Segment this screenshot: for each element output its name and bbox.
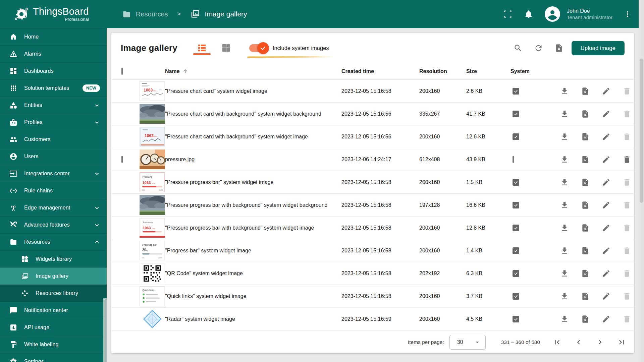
edit-icon[interactable] [602, 155, 610, 164]
thumbnail-image[interactable]: 1063hPa+1.2 [140, 81, 165, 101]
export-file-icon[interactable] [581, 87, 590, 96]
column-header-system[interactable]: System [511, 68, 557, 74]
next-page-icon[interactable] [596, 338, 604, 347]
download-icon[interactable] [560, 269, 569, 278]
edit-icon[interactable] [602, 292, 610, 301]
thumbnail-image[interactable] [140, 104, 165, 124]
row-checkbox[interactable] [121, 156, 123, 163]
thumbnail-image[interactable]: Pressure1063hPa9301065 [140, 172, 165, 192]
download-icon[interactable] [560, 224, 569, 232]
sidebar-item-resources-library[interactable]: Resources library [0, 285, 107, 302]
export-file-icon[interactable] [581, 292, 590, 301]
export-file-icon[interactable] [581, 155, 590, 164]
delete-icon[interactable] [623, 224, 631, 232]
sidebar-item-alarms[interactable]: Alarms [0, 45, 107, 62]
delete-icon[interactable] [623, 178, 631, 187]
table-row[interactable]: Quick links "Quick links" system widget … [111, 285, 634, 308]
download-icon[interactable] [560, 201, 569, 209]
download-icon[interactable] [560, 178, 569, 187]
sidebar-item-rule-chains[interactable]: Rule chains [0, 182, 107, 199]
sidebar-item-profiles[interactable]: Profiles [0, 114, 107, 131]
table-row[interactable]: 1063hPa "Pressure chart card with backgr… [111, 125, 634, 148]
delete-icon[interactable] [623, 315, 631, 323]
notifications-bell-icon[interactable] [524, 9, 533, 19]
first-page-icon[interactable] [553, 338, 561, 347]
user-menu[interactable]: John Doe Tenant administrator [567, 8, 612, 21]
list-view-tab[interactable] [192, 40, 212, 56]
more-options-icon[interactable] [624, 9, 631, 19]
table-row[interactable]: "Pressure progress bar with background" … [111, 194, 634, 217]
delete-icon[interactable] [623, 292, 631, 301]
edit-icon[interactable] [602, 201, 610, 209]
sidebar-item-notification-center[interactable]: Notification center [0, 302, 107, 319]
export-file-icon[interactable] [581, 201, 590, 209]
page-scrollbar-thumb[interactable] [640, 59, 643, 203]
column-header-size[interactable]: Size [466, 68, 511, 74]
previous-page-icon[interactable] [574, 338, 583, 347]
user-avatar[interactable] [545, 6, 560, 22]
edit-icon[interactable] [602, 269, 610, 278]
delete-icon[interactable] [623, 87, 631, 96]
items-per-page-select[interactable]: 30 [449, 335, 486, 350]
edit-icon[interactable] [602, 246, 610, 255]
grid-view-tab[interactable] [216, 40, 236, 56]
download-icon[interactable] [560, 110, 569, 118]
export-file-icon[interactable] [581, 132, 590, 141]
edit-icon[interactable] [602, 315, 610, 323]
table-row[interactable]: 1063hPa+1.2 "Pressure chart card" system… [111, 80, 634, 103]
sidebar-item-customers[interactable]: Customers [0, 131, 107, 148]
table-row[interactable]: "Radar" system widget image 2023-12-05 1… [111, 308, 634, 330]
sidebar-item-image-gallery[interactable]: Image gallery [0, 267, 107, 285]
download-icon[interactable] [560, 87, 569, 96]
delete-icon[interactable] [623, 132, 631, 141]
select-all-checkbox[interactable] [121, 68, 123, 75]
download-icon[interactable] [560, 292, 569, 301]
edit-icon[interactable] [602, 178, 610, 187]
export-file-icon[interactable] [581, 178, 590, 187]
download-icon[interactable] [560, 315, 569, 323]
import-file-icon[interactable] [554, 44, 564, 53]
sidebar-item-users[interactable]: Users [0, 148, 107, 165]
sidebar-item-edge-management[interactable]: Edge management [0, 199, 107, 216]
breadcrumb-parent[interactable]: Resources [136, 10, 168, 18]
page-scrollbar[interactable] [639, 0, 644, 362]
export-file-icon[interactable] [581, 246, 590, 255]
export-file-icon[interactable] [581, 315, 590, 323]
fullscreen-icon[interactable] [503, 9, 513, 19]
export-file-icon[interactable] [581, 110, 590, 118]
sidebar-item-resources[interactable]: Resources [0, 233, 107, 250]
sidebar-item-api-usage[interactable]: API usage [0, 319, 107, 336]
thumbnail-image[interactable]: Progress bar36%0%100% [140, 241, 165, 261]
download-icon[interactable] [560, 246, 569, 255]
sidebar-item-solution-templates[interactable]: Solution templates NEW [0, 79, 107, 97]
sidebar-item-dashboards[interactable]: Dashboards [0, 62, 107, 79]
sidebar-item-home[interactable]: Home [0, 28, 107, 45]
edit-icon[interactable] [602, 132, 610, 141]
search-icon[interactable] [514, 44, 523, 53]
delete-icon[interactable] [623, 269, 631, 278]
include-system-images-toggle[interactable]: Include system images [249, 44, 329, 52]
sidebar-item-settings[interactable]: Settings [0, 353, 107, 362]
thumbnail-image[interactable]: Pressure1063hPa [140, 218, 165, 238]
column-header-resolution[interactable]: Resolution [419, 68, 466, 74]
export-file-icon[interactable] [581, 224, 590, 232]
thumbnail-image[interactable]: Quick links [140, 286, 165, 306]
table-row[interactable]: "QR Code" system widget image 2023-12-05… [111, 262, 634, 285]
delete-icon[interactable] [623, 201, 631, 209]
table-row[interactable]: pressure.jpg 2023-12-06 14:24:17 612x408… [111, 148, 634, 171]
table-row[interactable]: Pressure1063hPa "Pressure progress bar w… [111, 217, 634, 239]
sidebar-scrollbar-thumb[interactable] [103, 298, 107, 362]
sort-ascending-icon[interactable] [182, 68, 188, 74]
thumbnail-image[interactable] [140, 309, 165, 329]
delete-icon[interactable] [623, 246, 631, 255]
delete-icon[interactable] [623, 110, 631, 118]
last-page-icon[interactable] [617, 338, 626, 347]
column-header-name[interactable]: Name [165, 68, 180, 74]
upload-image-button[interactable]: Upload image [572, 41, 625, 55]
edit-icon[interactable] [602, 87, 610, 96]
refresh-icon[interactable] [534, 44, 543, 53]
download-icon[interactable] [560, 155, 569, 164]
thumbnail-image[interactable]: 1063hPa [140, 127, 165, 147]
thingsboard-logo[interactable]: ThingsBoard Professional [0, 0, 107, 28]
sidebar-item-entities[interactable]: Entities [0, 97, 107, 114]
